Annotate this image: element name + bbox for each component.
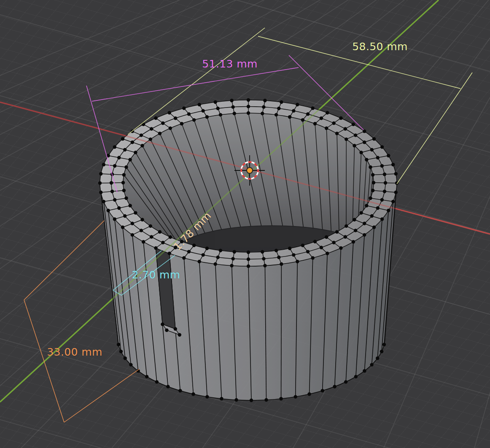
scene-canvas [0,0,490,448]
mesh-cylinder[interactable] [98,98,398,402]
3d-viewport[interactable]: 58.50 mm 51.13 mm 1.78 mm 2.70 mm 33.00 … [0,0,490,448]
